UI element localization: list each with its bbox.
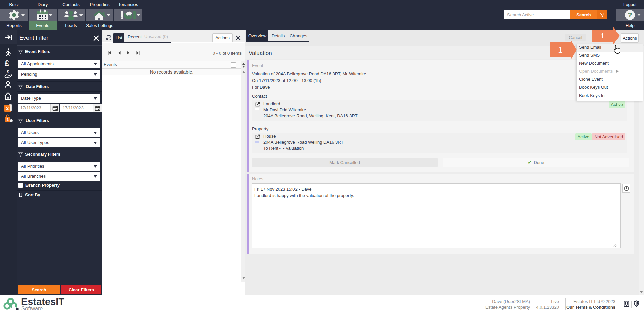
svg-text:$: $ — [7, 70, 9, 74]
svg-text:1: 1 — [6, 117, 9, 122]
svg-text:2: 2 — [6, 106, 9, 111]
